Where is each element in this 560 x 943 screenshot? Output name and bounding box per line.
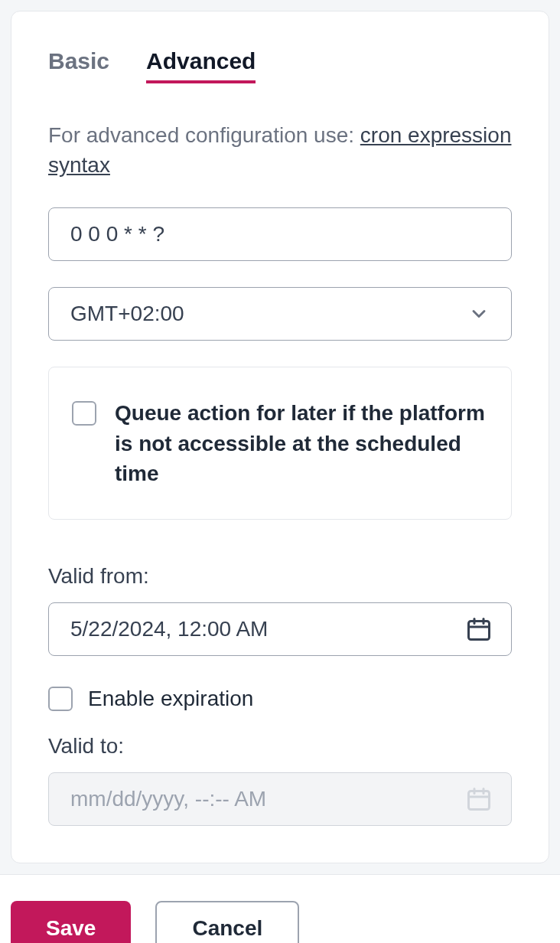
valid-from-value: 5/22/2024, 12:00 AM (70, 617, 268, 641)
queue-label: Queue action for later if the platform i… (115, 398, 488, 488)
cron-input[interactable] (70, 222, 490, 246)
expiration-row: Enable expiration (48, 687, 512, 711)
queue-checkbox[interactable] (72, 401, 96, 426)
calendar-icon (465, 785, 493, 813)
tabs: Basic Advanced (48, 48, 512, 83)
valid-to-label: Valid to: (48, 734, 512, 759)
config-card: Basic Advanced For advanced configuratio… (11, 11, 549, 863)
queue-option: Queue action for later if the platform i… (48, 367, 512, 520)
calendar-icon (465, 615, 493, 643)
valid-from-label: Valid from: (48, 564, 512, 589)
svg-rect-4 (469, 791, 490, 809)
expiration-label: Enable expiration (88, 687, 253, 711)
svg-rect-0 (469, 621, 490, 639)
expiration-checkbox[interactable] (48, 687, 73, 711)
help-prefix: For advanced configuration use: (48, 123, 360, 147)
save-button[interactable]: Save (11, 901, 131, 943)
cancel-button[interactable]: Cancel (155, 901, 299, 943)
help-text: For advanced configuration use: cron exp… (48, 120, 512, 180)
cron-input-wrapper (48, 207, 512, 261)
tab-advanced[interactable]: Advanced (146, 48, 256, 83)
timezone-select[interactable]: GMT+02:00 (48, 287, 512, 341)
valid-to-placeholder: mm/dd/yyyy, --:-- AM (70, 787, 266, 811)
timezone-value: GMT+02:00 (70, 302, 184, 326)
chevron-down-icon (468, 303, 490, 325)
valid-to-input: mm/dd/yyyy, --:-- AM (48, 772, 512, 826)
tab-basic[interactable]: Basic (48, 48, 109, 83)
footer: Save Cancel (0, 874, 560, 943)
valid-from-input[interactable]: 5/22/2024, 12:00 AM (48, 602, 512, 656)
